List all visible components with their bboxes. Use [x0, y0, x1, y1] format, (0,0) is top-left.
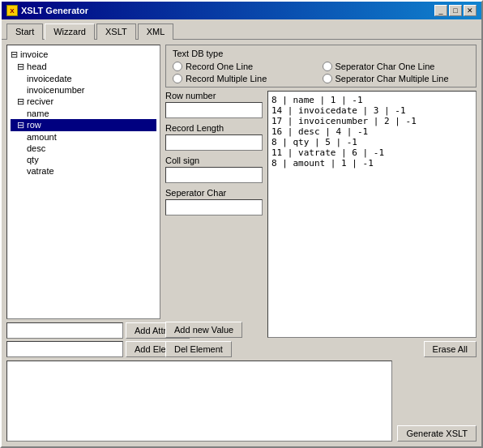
sep-char-input[interactable] [165, 199, 263, 215]
generate-xslt-button[interactable]: Generate XSLT [397, 425, 477, 442]
window-controls: _ □ ✕ [434, 5, 477, 16]
title-bar: X XSLT Generator _ □ ✕ [2, 2, 481, 19]
middle-section: Row number Record Length Coll sign [165, 91, 477, 338]
radio-record-one-line[interactable] [173, 62, 182, 71]
right-panel: Text DB type Record One Line Seperator C… [165, 45, 477, 357]
radio-grid: Record One Line Seperator Char One Line … [173, 62, 469, 83]
tab-bar: Start Wizzard XSLT XML [2, 19, 481, 39]
radio-sep-char-multiple-line[interactable] [323, 74, 332, 83]
text-area-panel: 8 | name | 1 | -1 14 | invoicedate | 3 |… [267, 91, 477, 338]
add-value-container: Add new Value [165, 322, 263, 338]
tree-item-desc[interactable]: desc [11, 143, 156, 154]
record-length-group: Record Length [165, 123, 263, 151]
sep-char-group: Seperator Char [165, 188, 263, 215]
form-panel: Row number Record Length Coll sign [165, 91, 263, 338]
sep-char-label: Seperator Char [165, 188, 263, 198]
radio-sep-char-multiple-line-label: Seperator Char Multiple Line [336, 74, 449, 83]
tree-item-qty[interactable]: qty [11, 154, 156, 165]
left-bottom: Add Attribut Add Elemen [6, 322, 160, 357]
tab-xslt[interactable]: XSLT [96, 23, 136, 40]
minimize-button[interactable]: _ [434, 5, 447, 16]
tab-wizzard[interactable]: Wizzard [45, 23, 95, 40]
tree-item-invoice[interactable]: ⊟ invoice [11, 49, 156, 61]
radio-record-multiple-line[interactable] [173, 74, 182, 83]
tab-xml[interactable]: XML [138, 23, 174, 40]
tree-item-invoicedate[interactable]: invoicedate [11, 73, 156, 84]
tree-item-invoicenumber[interactable]: invoicenumber [11, 84, 156, 96]
tree-item-amount[interactable]: amount [11, 131, 156, 143]
add-elem-row: Add Elemen [6, 341, 160, 357]
db-type-title: Text DB type [173, 49, 469, 58]
del-element-button[interactable]: Del Element [165, 341, 232, 357]
bottom-right: Generate XSLT [397, 361, 477, 442]
radio-row-4[interactable]: Seperator Char Multiple Line [323, 74, 470, 83]
radio-row-3[interactable]: Record Multiple Line [173, 74, 320, 83]
bottom-section: Generate XSLT [6, 361, 477, 442]
tree-item-vatrate[interactable]: vatrate [11, 165, 156, 177]
db-type-group: Text DB type Record One Line Seperator C… [165, 45, 477, 87]
tree-item-head[interactable]: ⊟ head [11, 61, 156, 73]
tab-start[interactable]: Start [6, 23, 43, 40]
row-number-input[interactable] [165, 102, 263, 118]
action-row: Del Element Erase All [165, 341, 477, 357]
attrib-input[interactable] [6, 322, 123, 339]
main-window: X XSLT Generator _ □ ✕ Start Wizzard XSL… [0, 0, 483, 448]
main-area: ⊟ invoice ⊟ head invoicedate invoicenumb… [6, 45, 477, 357]
row-number-label: Row number [165, 91, 263, 100]
app-icon: X [6, 5, 18, 16]
coll-sign-input[interactable] [165, 167, 263, 183]
radio-row-2[interactable]: Seperator Char One Line [323, 62, 470, 71]
coll-sign-group: Coll sign [165, 156, 263, 183]
add-attrib-row: Add Attribut [6, 322, 160, 339]
radio-sep-char-one-line-label: Seperator Char One Line [336, 62, 435, 71]
window-title: XSLT Generator [21, 6, 88, 15]
tree-item-reciver[interactable]: ⊟ reciver [11, 96, 156, 108]
coll-sign-label: Coll sign [165, 156, 263, 165]
left-panel: ⊟ invoice ⊟ head invoicedate invoicenumb… [6, 45, 160, 357]
data-textarea[interactable]: 8 | name | 1 | -1 14 | invoicedate | 3 |… [267, 91, 477, 338]
tree-view[interactable]: ⊟ invoice ⊟ head invoicedate invoicenumb… [6, 45, 160, 319]
elem-input[interactable] [6, 341, 123, 357]
bottom-textarea[interactable] [6, 361, 392, 442]
radio-record-multiple-line-label: Record Multiple Line [186, 74, 267, 83]
tab-content: ⊟ invoice ⊟ head invoicedate invoicenumb… [2, 39, 481, 446]
radio-sep-char-one-line[interactable] [323, 62, 332, 71]
tree-item-row[interactable]: ⊟ row [11, 119, 156, 131]
erase-all-button[interactable]: Erase All [424, 341, 477, 357]
tree-item-name[interactable]: name [11, 108, 156, 119]
close-button[interactable]: ✕ [464, 5, 477, 16]
maximize-button[interactable]: □ [449, 5, 462, 16]
record-length-label: Record Length [165, 123, 263, 133]
add-new-value-button[interactable]: Add new Value [165, 322, 242, 338]
row-number-group: Row number [165, 91, 263, 118]
radio-row-1[interactable]: Record One Line [173, 62, 320, 71]
record-length-input[interactable] [165, 134, 263, 151]
radio-record-one-line-label: Record One Line [186, 62, 253, 71]
